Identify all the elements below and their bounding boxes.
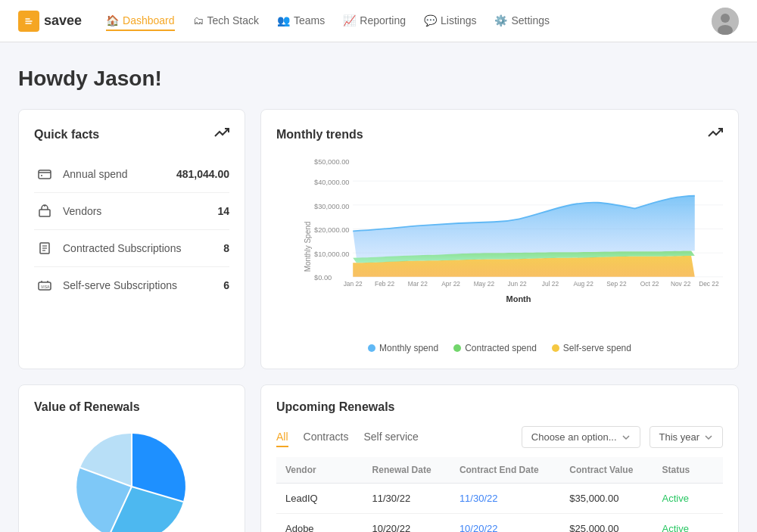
quick-facts-card: Quick facts Annual spend 481,044.00 Vend… bbox=[18, 109, 245, 369]
svg-rect-4 bbox=[39, 170, 51, 179]
svg-text:Jan 22: Jan 22 bbox=[344, 280, 363, 288]
header-left: savee 🏠 Dashboard 🗂 Tech Stack 👥 Teams 📈… bbox=[18, 11, 550, 32]
legend-self-serve-spend: Self-serve spend bbox=[552, 343, 631, 353]
vendor-leadiq: LeadIQ bbox=[276, 484, 363, 514]
main-nav: 🏠 Dashboard 🗂 Tech Stack 👥 Teams 📈 Repor… bbox=[106, 11, 550, 31]
contract-end-adobe: 10/20/22 bbox=[450, 514, 560, 533]
monthly-trends-chart-icon[interactable] bbox=[708, 125, 723, 144]
annual-spend-label: Annual spend bbox=[63, 168, 169, 180]
nav-item-listings[interactable]: 💬 Listings bbox=[424, 11, 476, 31]
contracted-spend-dot bbox=[453, 344, 461, 352]
avatar[interactable] bbox=[712, 8, 739, 35]
vendors-value: 14 bbox=[217, 205, 229, 217]
table-row: LeadIQ 11/30/22 11/30/22 $35,000.00 Acti… bbox=[276, 484, 723, 514]
main-content: Howdy Jason! Quick facts Annual spend 48… bbox=[0, 42, 757, 532]
self-serve-subscriptions-value: 6 bbox=[223, 279, 229, 291]
svg-rect-6 bbox=[39, 210, 50, 216]
contract-value-adobe: $25,000.00 bbox=[560, 514, 653, 533]
reporting-icon: 📈 bbox=[343, 14, 356, 26]
annual-spend-value: 481,044.00 bbox=[176, 168, 229, 180]
logo-text: savee bbox=[44, 13, 82, 29]
fact-row-vendors: Vendors 14 bbox=[34, 193, 229, 230]
svg-text:Aug 22: Aug 22 bbox=[573, 280, 593, 288]
trending-up-icon[interactable] bbox=[214, 125, 229, 144]
monthly-trends-header: Monthly trends bbox=[276, 125, 723, 144]
period-filter-label: This year bbox=[659, 431, 699, 443]
page-title: Howdy Jason! bbox=[18, 67, 739, 91]
period-filter[interactable]: This year bbox=[650, 426, 723, 448]
table-row: Adobe 10/20/22 10/20/22 $25,000.00 Activ… bbox=[276, 514, 723, 533]
tabs-right: Choose an option... This year bbox=[522, 426, 723, 448]
value-of-renewals-header: Value of Renewals bbox=[34, 400, 229, 414]
tech-stack-icon: 🗂 bbox=[193, 14, 204, 26]
vendor-adobe: Adobe bbox=[276, 514, 363, 533]
col-vendor: Vendor bbox=[276, 457, 363, 484]
contract-end-leadiq: 11/30/22 bbox=[450, 484, 560, 514]
tab-self-service[interactable]: Self service bbox=[363, 428, 418, 447]
svg-text:$20,000.00: $20,000.00 bbox=[314, 226, 350, 234]
nav-item-settings[interactable]: ⚙️ Settings bbox=[494, 11, 550, 31]
col-renewal-date: Renewal Date bbox=[363, 457, 450, 484]
svg-text:$40,000.00: $40,000.00 bbox=[314, 179, 350, 186]
table-body: LeadIQ 11/30/22 11/30/22 $35,000.00 Acti… bbox=[276, 484, 723, 533]
upcoming-renewals-header: Upcoming Renewals bbox=[276, 400, 723, 414]
self-serve-subscriptions-label: Self-serve Subscriptions bbox=[63, 279, 216, 291]
legend-contracted-spend: Contracted spend bbox=[453, 343, 537, 353]
monthly-spend-dot bbox=[368, 344, 375, 352]
status-adobe: Active bbox=[653, 514, 723, 533]
status-leadiq: Active bbox=[653, 484, 723, 514]
legend-monthly-spend: Monthly spend bbox=[368, 343, 438, 353]
col-contract-value: Contract Value bbox=[560, 457, 653, 484]
nav-item-dashboard[interactable]: 🏠 Dashboard bbox=[106, 11, 175, 31]
option-filter-label: Choose an option... bbox=[531, 431, 617, 443]
annual-spend-icon bbox=[34, 163, 55, 185]
tab-filters: All Contracts Self service Choose an opt… bbox=[276, 426, 723, 448]
svg-text:$0.00: $0.00 bbox=[314, 274, 332, 282]
fact-row-annual-spend: Annual spend 481,044.00 bbox=[34, 156, 229, 193]
logo-icon bbox=[18, 11, 39, 32]
table-header: Vendor Renewal Date Contract End Date Co… bbox=[276, 457, 723, 484]
contracted-subscriptions-label: Contracted Subscriptions bbox=[63, 242, 216, 254]
option-filter[interactable]: Choose an option... bbox=[522, 426, 640, 448]
logo[interactable]: savee bbox=[18, 11, 82, 32]
svg-text:$50,000.00: $50,000.00 bbox=[314, 158, 350, 166]
nav-item-tech-stack[interactable]: 🗂 Tech Stack bbox=[193, 11, 259, 31]
tabs-left: All Contracts Self service bbox=[276, 428, 419, 447]
svg-text:May 22: May 22 bbox=[474, 280, 495, 288]
nav-item-reporting[interactable]: 📈 Reporting bbox=[343, 11, 406, 31]
contracted-subscriptions-icon bbox=[34, 238, 55, 259]
dashboard-icon: 🏠 bbox=[106, 14, 119, 26]
quick-facts-title: Quick facts bbox=[34, 128, 99, 142]
chevron-down-icon bbox=[621, 433, 631, 442]
upcoming-renewals-card: Upcoming Renewals All Contracts Self ser… bbox=[260, 384, 739, 532]
col-contract-end-date: Contract End Date bbox=[450, 457, 560, 484]
monthly-trends-card: Monthly trends Monthly Spend $0.00 $10,0… bbox=[260, 109, 739, 369]
svg-text:Nov 22: Nov 22 bbox=[671, 280, 691, 288]
tab-all[interactable]: All bbox=[276, 428, 288, 447]
monthly-trends-chart: $0.00 $10,000.00 $20,000.00 $30,000.00 $… bbox=[314, 156, 723, 292]
listings-icon: 💬 bbox=[424, 14, 437, 26]
quick-facts-header: Quick facts bbox=[34, 125, 229, 144]
svg-text:Jul 22: Jul 22 bbox=[542, 280, 559, 288]
period-chevron-down-icon bbox=[704, 433, 713, 442]
svg-point-2 bbox=[721, 14, 730, 23]
x-axis-title: Month bbox=[314, 294, 723, 303]
tab-contracts[interactable]: Contracts bbox=[304, 428, 349, 447]
svg-text:Apr 22: Apr 22 bbox=[441, 280, 460, 288]
nav-item-teams[interactable]: 👥 Teams bbox=[277, 11, 325, 31]
svg-text:Dec 22: Dec 22 bbox=[699, 280, 719, 288]
contract-value-leadiq: $35,000.00 bbox=[560, 484, 653, 514]
value-of-renewals-card: Value of Renewals bbox=[18, 384, 245, 532]
svg-text:Mar 22: Mar 22 bbox=[408, 280, 428, 288]
settings-icon: ⚙️ bbox=[494, 14, 507, 26]
svg-text:Oct 22: Oct 22 bbox=[640, 280, 659, 288]
svg-point-5 bbox=[41, 175, 42, 176]
fact-row-contracted-subscriptions: Contracted Subscriptions 8 bbox=[34, 230, 229, 267]
y-axis-title: Monthly Spend bbox=[304, 221, 312, 272]
renewal-date-leadiq: 11/30/22 bbox=[363, 484, 450, 514]
svg-text:Jun 22: Jun 22 bbox=[508, 280, 527, 288]
svg-text:$30,000.00: $30,000.00 bbox=[314, 203, 350, 210]
pie-chart-container: LeadIQ Adobe Demandbase AdStage bbox=[34, 426, 229, 532]
svg-text:Sep 22: Sep 22 bbox=[606, 280, 627, 288]
contracted-subscriptions-value: 8 bbox=[223, 242, 229, 254]
